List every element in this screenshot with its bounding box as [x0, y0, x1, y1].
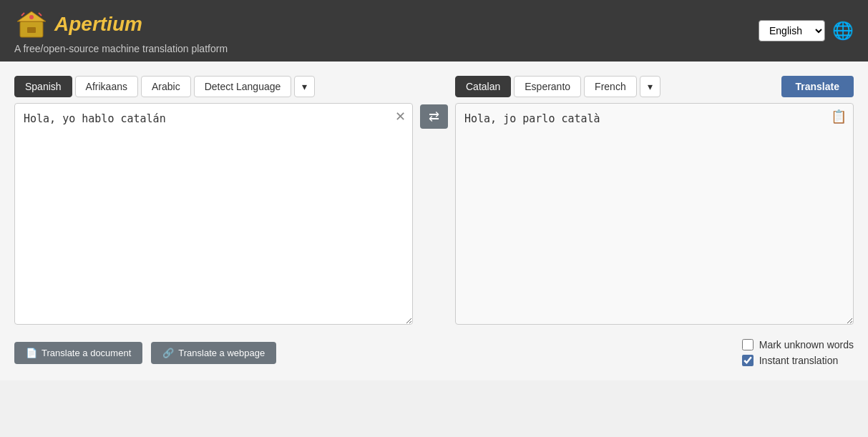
target-lang-french[interactable]: French [584, 76, 637, 97]
clear-button[interactable]: ✕ [395, 109, 406, 124]
source-lang-dropdown[interactable]: ▾ [294, 76, 315, 97]
doc-icon: 📄 [26, 348, 37, 358]
translate-webpage-button[interactable]: 🔗 Translate a webpage [151, 342, 276, 364]
target-lang-dropdown[interactable]: ▾ [640, 76, 660, 97]
source-lang-detect[interactable]: Detect Language [194, 76, 292, 97]
source-lang-spanish[interactable]: Spanish [14, 76, 72, 97]
header-right: English Spanish French German Italian 🌐 [759, 20, 854, 41]
logo-row: Apertium [14, 7, 228, 41]
globe-icon[interactable]: 🌐 [832, 21, 854, 41]
source-lang-bar: Spanish Afrikaans Arabic Detect Language… [14, 76, 413, 97]
source-lang-afrikaans[interactable]: Afrikaans [75, 76, 138, 97]
bottom-left: 📄 Translate a document 🔗 Translate a web… [14, 342, 276, 364]
logo-icon [14, 7, 49, 41]
language-selector[interactable]: English Spanish French German Italian [759, 20, 825, 41]
target-panel: Catalan Esperanto French ▾ Translate Hol… [455, 76, 854, 328]
source-lang-arabic[interactable]: Arabic [141, 76, 191, 97]
swap-button[interactable]: ⇄ [420, 104, 448, 129]
output-textarea-wrapper: Hola, jo parlo català 📋 [455, 103, 854, 328]
logo-text: Apertium [54, 13, 142, 36]
output-display: Hola, jo parlo català [455, 103, 854, 325]
translate-document-label: Translate a document [42, 348, 131, 358]
bottom-toolbar: 📄 Translate a document 🔗 Translate a web… [14, 339, 854, 366]
instant-translation-label: Instant translation [759, 355, 839, 366]
translate-button[interactable]: Translate [781, 76, 854, 97]
copy-button[interactable]: 📋 [831, 109, 847, 124]
translate-document-button[interactable]: 📄 Translate a document [14, 342, 142, 364]
translator-container: Spanish Afrikaans Arabic Detect Language… [14, 76, 854, 328]
header-left: Apertium A free/open-source machine tran… [14, 7, 228, 54]
target-lang-catalan[interactable]: Catalan [455, 76, 511, 97]
source-textarea-wrapper: Hola, yo hablo catalán ✕ [14, 103, 413, 328]
web-icon: 🔗 [162, 348, 174, 358]
tagline: A free/open-source machine translation p… [14, 43, 228, 54]
source-input[interactable]: Hola, yo hablo catalán [14, 103, 413, 325]
target-lang-bar-left: Catalan Esperanto French ▾ [455, 76, 660, 97]
instant-translation-checkbox[interactable] [742, 355, 754, 366]
instant-translation-row: Instant translation [742, 355, 839, 366]
swap-area: ⇄ [420, 104, 448, 129]
target-lang-bar: Catalan Esperanto French ▾ Translate [455, 76, 854, 97]
translate-webpage-label: Translate a webpage [178, 348, 265, 358]
bottom-right: Mark unknown words Instant translation [742, 339, 854, 366]
target-lang-esperanto[interactable]: Esperanto [514, 76, 581, 97]
svg-line-2 [21, 13, 24, 16]
source-panel: Spanish Afrikaans Arabic Detect Language… [14, 76, 413, 328]
svg-line-3 [39, 13, 42, 16]
mark-unknown-row: Mark unknown words [742, 339, 854, 350]
svg-rect-5 [27, 27, 36, 33]
header: Apertium A free/open-source machine tran… [0, 0, 868, 62]
main-content: Spanish Afrikaans Arabic Detect Language… [0, 62, 868, 380]
mark-unknown-label: Mark unknown words [759, 339, 854, 350]
svg-point-4 [29, 15, 34, 19]
mark-unknown-checkbox[interactable] [742, 339, 754, 350]
